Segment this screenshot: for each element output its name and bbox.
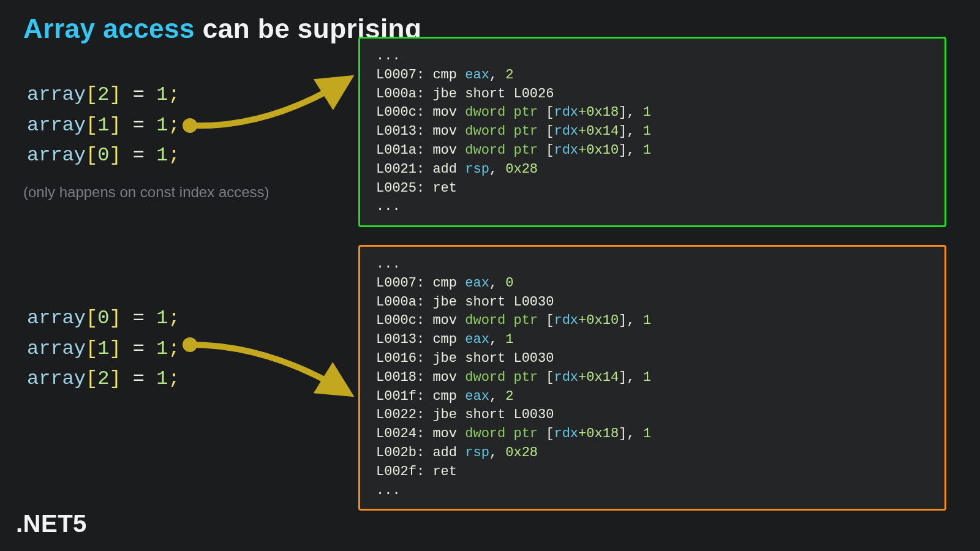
- arrow-lower: [184, 335, 368, 415]
- asm-output-unoptimized: ... L0007: cmp eax, 0 L000a: jbe short L…: [358, 245, 946, 511]
- footer-dotnet5: .NET5: [16, 510, 87, 538]
- arrow-upper: [184, 61, 368, 135]
- note-const-index: (only happens on const index access): [23, 184, 270, 201]
- asm-output-optimized: ... L0007: cmp eax, 2 L000a: jbe short L…: [358, 37, 946, 227]
- csharp-code-ascending: array[0] = 1; array[1] = 1; array[2] = 1…: [27, 303, 180, 394]
- csharp-code-descending: array[2] = 1; array[1] = 1; array[0] = 1…: [27, 80, 180, 171]
- svg-point-1: [183, 337, 197, 352]
- title-accent: Array access: [23, 13, 195, 43]
- svg-point-0: [183, 118, 197, 133]
